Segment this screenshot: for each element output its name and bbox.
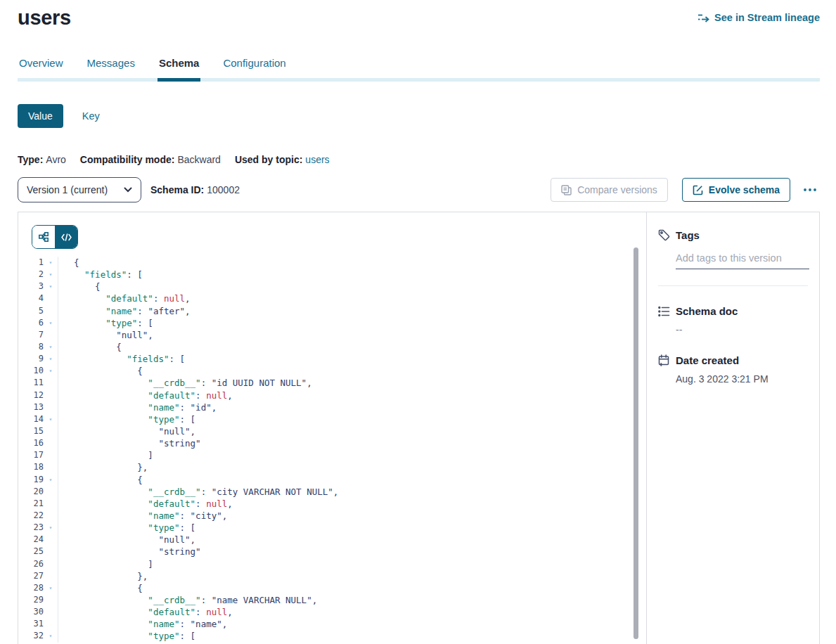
tags-input[interactable] [676,252,809,269]
version-select[interactable]: Version 1 (current) [18,177,141,202]
line-number: 4 [18,292,44,304]
date-created-heading: Date created [658,354,808,366]
line-number: 1 [18,257,44,269]
schema-id: Schema ID:100002 [150,184,240,195]
tab-overview[interactable]: Overview [18,57,65,82]
line-number: 18 [18,461,44,473]
fold-spacer [44,498,58,510]
code-view-button[interactable] [55,226,77,248]
line-number: 8 [18,341,44,353]
line-number: 5 [18,305,44,317]
tab-schema[interactable]: Schema [157,57,201,82]
tree-view-button[interactable] [32,226,55,248]
fold-toggle-icon[interactable]: ▾ [44,269,58,281]
fold-spacer [44,292,58,304]
code-text: "__crdb__": "name VARCHAR NULL", [58,594,317,606]
code-text: { [58,281,101,292]
fold-spacer [44,377,58,389]
code-text: ] [58,449,153,461]
code-text: "string" [58,437,201,449]
fold-toggle-icon[interactable]: ▾ [44,317,58,329]
code-line: 3▾ { [18,281,646,292]
fold-spacer [44,558,58,570]
code-line: 11 "__crdb__": "id UUID NOT NULL", [18,377,646,389]
fold-toggle-icon[interactable]: ▾ [44,413,58,425]
fold-toggle-icon[interactable]: ▾ [44,474,58,486]
editor-scrollbar[interactable] [634,247,638,639]
topic-link[interactable]: users [305,154,329,165]
code-text: "default": null, [58,292,191,304]
meta-used-by-topic: Used by topic:users [235,154,330,165]
fold-toggle-icon[interactable]: ▾ [44,341,58,353]
code-editor-lines: 1▾{2▾ "fields": [3▾ {4 "default": null,5… [18,257,646,643]
code-line: 16 "string" [18,437,646,449]
line-number: 16 [18,437,44,449]
meta-compatibility: Compatibility mode:Backward [80,154,221,165]
line-number: 27 [18,570,44,582]
sidebar-divider [658,285,808,286]
code-line: 25 "string" [18,546,646,558]
code-line: 27 }, [18,570,646,582]
code-text: ] [58,558,153,570]
tab-messages[interactable]: Messages [86,57,136,82]
stream-lineage-link[interactable]: See in Stream lineage [697,12,820,23]
code-line: 26 ] [18,558,646,570]
code-line: 7 "null", [18,329,646,341]
code-line: 18 }, [18,461,646,473]
value-button[interactable]: Value [18,104,63,128]
line-number: 29 [18,594,44,606]
line-number: 17 [18,449,44,461]
fold-toggle-icon[interactable]: ▾ [44,630,58,642]
fold-toggle-icon[interactable]: ▾ [44,281,58,292]
schema-meta: Type:Avro Compatibility mode:Backward Us… [18,154,820,165]
code-line: 8▾ { [18,341,646,353]
fold-spacer [44,437,58,449]
line-number: 15 [18,425,44,437]
code-text: "name": "after", [58,305,191,317]
code-text: "name": "city", [58,510,227,522]
code-line: 31 "name": "name", [18,618,646,630]
code-line: 12 "default": null, [18,389,646,401]
fold-spacer [44,618,58,630]
code-text: "name": "id", [58,401,217,413]
schema-panel: 1▾{2▾ "fields": [3▾ {4 "default": null,5… [18,212,820,644]
stream-lineage-icon [697,13,709,22]
fold-spacer [44,510,58,522]
editor-toolbar [18,212,646,249]
code-line: 14▾ "type": [ [18,413,646,425]
fold-toggle-icon[interactable]: ▾ [44,257,58,269]
schema-doc-section: Schema doc -- [658,305,808,335]
fold-toggle-icon[interactable]: ▾ [44,353,58,365]
code-text: "default": null, [58,389,233,401]
evolve-schema-button[interactable]: Evolve schema [682,178,790,202]
code-text: "type": [ [58,317,153,329]
code-line: 29 "__crdb__": "name VARCHAR NULL", [18,594,646,606]
tag-icon [658,229,670,241]
date-created-section: Date created Aug. 3 2022 3:21 PM [658,354,808,385]
line-number: 21 [18,498,44,510]
key-button[interactable]: Key [82,110,100,122]
code-line: 6▾ "type": [ [18,317,646,329]
more-options-button[interactable] [800,185,820,195]
tab-configuration[interactable]: Configuration [221,57,287,82]
tab-bar: Overview Messages Schema Configuration [18,57,820,82]
code-text: { [58,582,143,594]
code-line: 28▾ { [18,582,646,594]
code-line: 17 ] [18,449,646,461]
compare-versions-button[interactable]: Compare versions [551,178,668,202]
line-number: 32 [18,630,44,642]
edit-icon [693,185,703,195]
code-text: "null", [58,329,153,341]
fold-toggle-icon[interactable]: ▾ [44,365,58,377]
code-text: "fields": [ [58,269,143,281]
line-number: 23 [18,522,44,534]
code-text: "name": "name", [58,618,227,630]
fold-toggle-icon[interactable]: ▾ [44,582,58,594]
code-text: "__crdb__": "id UUID NOT NULL", [58,377,312,389]
code-text: "string" [58,546,201,558]
fold-toggle-icon[interactable]: ▾ [44,522,58,534]
line-number: 12 [18,389,44,401]
code-line: 1▾{ [18,257,646,269]
schema-editor: 1▾{2▾ "fields": [3▾ {4 "default": null,5… [18,212,646,644]
code-line: 23▾ "type": [ [18,522,646,534]
